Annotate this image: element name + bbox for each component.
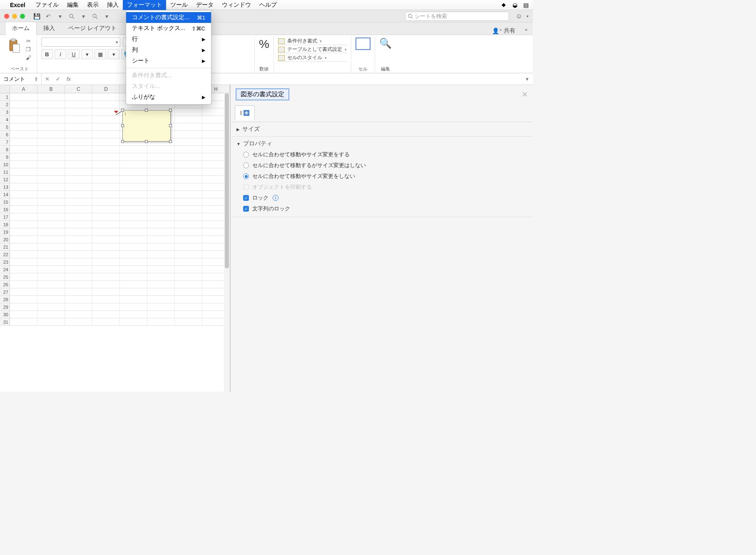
cell[interactable] [147,243,175,250]
format-painter-icon[interactable]: 🖌 [24,54,32,61]
cell[interactable] [65,296,92,303]
col-D[interactable]: D [92,85,120,93]
resize-handle[interactable] [169,109,172,112]
row-header[interactable]: 2 [0,101,10,108]
cell[interactable] [37,266,65,273]
border-button[interactable]: ▦ [94,49,106,59]
cell[interactable] [175,243,202,250]
cell[interactable] [10,101,37,108]
cell[interactable] [65,131,92,138]
cell[interactable] [10,221,37,228]
cell[interactable] [65,318,92,325]
resize-handle[interactable] [169,140,172,143]
menu-item[interactable]: シート▶ [126,55,211,66]
cell[interactable] [65,153,92,160]
cell[interactable] [147,161,175,168]
cell[interactable] [92,213,120,220]
feedback-caret-icon[interactable]: ▾ [527,14,529,18]
cell[interactable] [37,191,65,198]
cell[interactable] [65,138,92,145]
cell[interactable] [175,191,202,198]
cell[interactable] [120,153,147,160]
collapse-ribbon-icon[interactable]: ⌃ [524,28,529,35]
resize-handle[interactable] [169,124,172,127]
cell[interactable] [10,123,37,130]
cell[interactable] [10,138,37,145]
cell[interactable] [120,303,147,310]
tab-home[interactable]: ホーム [5,22,37,35]
cell[interactable] [92,116,120,123]
row-header[interactable]: 23 [0,258,10,265]
cell[interactable] [92,93,120,100]
row-header[interactable]: 25 [0,273,10,280]
cell[interactable] [37,288,65,295]
cell[interactable] [37,161,65,168]
cell[interactable] [10,168,37,175]
cell[interactable] [92,258,120,265]
row-header[interactable]: 24 [0,266,10,273]
row-header[interactable]: 28 [0,296,10,303]
col-B[interactable]: B [37,85,65,93]
cell[interactable] [147,206,175,213]
cell[interactable] [175,273,202,280]
cell[interactable] [175,153,202,160]
list-icon[interactable]: ▤ [523,2,529,8]
cell[interactable] [65,183,92,190]
cell[interactable] [10,191,37,198]
radio-move-only[interactable]: セルに合わせて移動するがサイズ変更はしない [243,162,527,169]
cell[interactable] [147,176,175,183]
cell[interactable] [92,146,120,153]
zoom-out-icon[interactable] [67,12,76,20]
menu-data[interactable]: データ [192,0,218,10]
cell[interactable] [175,303,202,310]
cell[interactable] [147,266,175,273]
cell[interactable] [10,311,37,318]
cell[interactable] [37,108,65,115]
menu-window[interactable]: ウィンドウ [218,0,255,10]
cell[interactable] [175,236,202,243]
cell[interactable] [147,311,175,318]
menu-format[interactable]: フォーマット [123,0,166,10]
cell[interactable] [10,206,37,213]
cell[interactable] [92,296,120,303]
cell[interactable] [92,176,120,183]
cell[interactable] [120,213,147,220]
cell[interactable] [37,303,65,310]
cell[interactable] [65,123,92,130]
cell[interactable] [147,288,175,295]
cancel-formula-icon[interactable]: ✕ [42,76,52,82]
cell[interactable] [65,213,92,220]
cell[interactable] [10,153,37,160]
cell[interactable] [147,146,175,153]
cell[interactable] [10,288,37,295]
cell[interactable] [65,221,92,228]
cell[interactable] [92,236,120,243]
cell[interactable] [120,228,147,235]
cell[interactable] [65,281,92,288]
check-text-lock[interactable]: ✓文字列のロック [243,205,527,212]
cell[interactable] [92,243,120,250]
cell[interactable] [147,153,175,160]
cell[interactable] [10,131,37,138]
cell[interactable] [65,206,92,213]
cell[interactable] [147,213,175,220]
row-header[interactable]: 11 [0,168,10,175]
cell[interactable] [37,138,65,145]
cell[interactable] [37,213,65,220]
menu-item[interactable]: ふりがな▶ [126,92,211,102]
cell[interactable] [10,108,37,115]
menu-item[interactable]: 列▶ [126,45,211,55]
resize-handle[interactable] [121,140,124,143]
cell[interactable] [37,243,65,250]
cell[interactable] [120,206,147,213]
cell[interactable] [65,243,92,250]
cell[interactable] [10,266,37,273]
cell[interactable] [92,221,120,228]
menu-item[interactable]: コメントの書式設定...⌘1 [126,12,211,23]
cell[interactable] [10,258,37,265]
vertical-scrollbar[interactable] [224,93,230,392]
cell[interactable] [92,101,120,108]
cell[interactable] [37,318,65,325]
row-header[interactable]: 7 [0,138,10,145]
cell[interactable] [92,153,120,160]
